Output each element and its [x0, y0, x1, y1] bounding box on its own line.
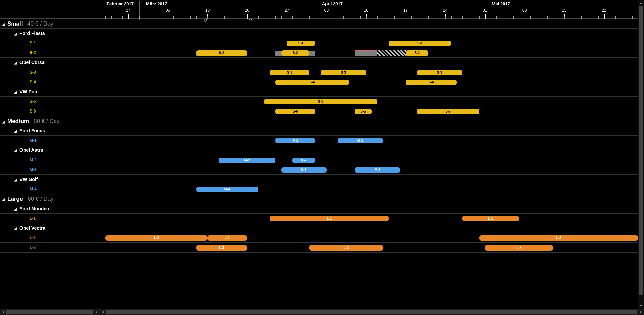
item-row[interactable]: L-2	[0, 233, 100, 243]
gantt-bar[interactable]: M-2	[292, 158, 315, 163]
gantt-bar[interactable]: M-3	[355, 167, 400, 173]
tick-minor	[134, 16, 134, 19]
collapse-icon[interactable]: ◢	[14, 87, 17, 97]
gantt-bar[interactable]: L-3	[309, 245, 383, 251]
gantt-bar[interactable]	[377, 50, 405, 56]
tick-minor	[366, 16, 367, 19]
collapse-icon[interactable]: ◢	[14, 146, 17, 155]
gantt-row: S-1S-1	[100, 38, 644, 48]
gantt-bar[interactable]: S-4	[406, 80, 457, 85]
gantt-bar[interactable]: S-3	[321, 70, 366, 75]
item-row[interactable]: S-2	[0, 48, 100, 58]
group-name: Small	[7, 20, 23, 27]
item-row[interactable]: S-4	[0, 77, 100, 87]
gantt-bar[interactable]: S-5	[264, 99, 377, 104]
tick-minor	[491, 16, 491, 19]
gantt-bar[interactable]: S-2	[406, 50, 428, 56]
model-row[interactable]: ◢VW Golf	[0, 175, 100, 184]
item-row[interactable]: L-3	[0, 243, 100, 253]
model-row[interactable]: ◢Ford Fiesta	[0, 29, 100, 38]
week-label: 03	[323, 8, 330, 13]
tick-minor	[457, 16, 457, 19]
gantt-bar[interactable]: S-3	[270, 70, 309, 75]
collapse-icon[interactable]: ◢	[14, 204, 17, 214]
group-row-small[interactable]: ◢Small40 € / Day	[0, 19, 100, 29]
week-label: 06	[164, 8, 171, 13]
gantt-bar[interactable]: S-6	[417, 109, 479, 114]
item-row[interactable]: M-3	[0, 165, 100, 175]
item-row[interactable]: S-3	[0, 68, 100, 77]
week-label: 27	[283, 8, 290, 13]
collapse-icon[interactable]: ◢	[14, 29, 17, 39]
gantt-row	[100, 194, 644, 204]
gantt-row	[100, 58, 644, 68]
gantt-bar[interactable]: S-3	[417, 70, 462, 75]
week-label: 01	[482, 8, 488, 13]
tick-minor	[485, 16, 485, 19]
model-row[interactable]: ◢Ford Focus	[0, 126, 100, 136]
item-row[interactable]: S-1	[0, 38, 100, 48]
tick-minor	[445, 16, 446, 19]
model-row[interactable]: ◢Opel Corsa	[0, 58, 100, 68]
gantt-bar[interactable]: S-2	[281, 50, 309, 56]
model-row[interactable]: ◢Opel Vectra	[0, 223, 100, 233]
tick-minor	[247, 16, 247, 19]
gantt-bar[interactable]: S-2	[196, 50, 247, 56]
month-label: Mai 2017	[492, 1, 510, 6]
gantt-bar[interactable]: S-1	[389, 41, 451, 46]
gantt-row: M-3M-3	[100, 165, 644, 175]
gantt-bar[interactable]: L-3	[485, 245, 553, 251]
gantt-bar[interactable]: L-3	[196, 245, 247, 251]
tick-minor	[428, 16, 429, 19]
scroll-left-icon[interactable]: ◄	[0, 309, 6, 315]
model-row[interactable]: ◢VW Polo	[0, 87, 100, 97]
gantt-bar[interactable]: M-1	[338, 138, 383, 143]
gantt-bar[interactable]: S-6	[355, 109, 372, 114]
model-name: Opel Corsa	[19, 60, 45, 65]
gantt-row: S-3S-3S-3	[100, 68, 644, 77]
model-row[interactable]: ◢Opel Astra	[0, 145, 100, 155]
item-row[interactable]: M-2	[0, 155, 100, 165]
item-row[interactable]: M-4	[0, 184, 100, 194]
main-scrollbar-v[interactable]: ▲ ▼	[638, 0, 644, 309]
gantt-bar[interactable]: L-1	[462, 216, 519, 221]
gantt-bar[interactable]: S-4	[275, 80, 349, 85]
item-row[interactable]: S-6	[0, 106, 100, 116]
group-row-medium[interactable]: ◢Medium50 € / Day	[0, 116, 100, 126]
scroll-right-icon[interactable]: ►	[94, 309, 100, 315]
tick-minor	[224, 16, 225, 19]
gantt-bar[interactable]: S-6	[275, 109, 315, 114]
item-row[interactable]: L-1	[0, 214, 100, 223]
collapse-icon[interactable]: ◢	[2, 19, 5, 29]
left-scrollbar-h[interactable]: ◄ ►	[0, 309, 100, 315]
gantt-row: S-4S-4	[100, 77, 644, 87]
gantt-bar[interactable]: M-1	[275, 138, 315, 143]
item-row[interactable]: M-1	[0, 136, 100, 145]
gantt-row: L-2L-2L-2	[100, 233, 644, 243]
group-row-large[interactable]: ◢Large60 € / Day	[0, 194, 100, 204]
collapse-icon[interactable]: ◢	[14, 126, 17, 136]
tick-minor	[213, 16, 213, 19]
gantt-bar[interactable]: M-3	[281, 167, 327, 173]
gantt-bar[interactable]: M-2	[219, 158, 275, 163]
scroll-up-icon[interactable]: ▲	[638, 0, 644, 6]
main-scrollbar-h[interactable]: ◄ ►	[100, 309, 644, 315]
collapse-icon[interactable]: ◢	[2, 117, 5, 127]
gantt-bar[interactable]: L-2	[479, 235, 638, 241]
collapse-icon[interactable]: ◢	[14, 224, 17, 233]
tick-minor	[547, 16, 548, 19]
collapse-icon[interactable]: ◢	[14, 58, 17, 68]
item-row[interactable]: S-5	[0, 97, 100, 106]
scroll-down-icon[interactable]: ▼	[638, 303, 644, 309]
gantt-bar[interactable]: L-1	[270, 216, 389, 221]
model-row[interactable]: ◢Ford Mondeo	[0, 204, 100, 214]
gantt-bar[interactable]: M-4	[196, 187, 258, 192]
tick-minor	[292, 16, 293, 19]
gantt-bar[interactable]: L-2	[207, 235, 247, 241]
scroll-left-icon[interactable]: ◄	[100, 309, 106, 315]
collapse-icon[interactable]: ◢	[14, 175, 17, 185]
collapse-icon[interactable]: ◢	[2, 195, 5, 205]
scroll-right-icon[interactable]: ►	[638, 309, 644, 315]
gantt-bar[interactable]: S-1	[287, 41, 315, 46]
gantt-bar[interactable]: L-2	[105, 235, 208, 241]
